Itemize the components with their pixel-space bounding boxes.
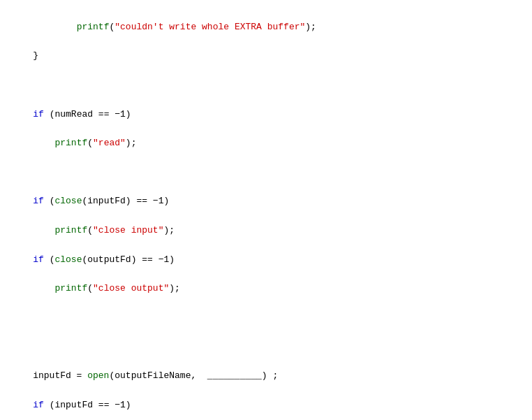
line-7: if (close(outputFd) == −1) (11, 254, 175, 265)
code-display: printf("couldn't write whole EXTRA buffe… (11, 6, 521, 420)
line-blank-1 (11, 78, 521, 93)
line-9: inputFd = open(outputFileName, _________… (11, 370, 278, 381)
line-3: if (numRead == −1) (11, 109, 131, 120)
line-blank-2 (11, 166, 521, 180)
line-10: if (inputFd == −1) (11, 400, 131, 410)
line-6: printf("close input"); (11, 225, 175, 236)
line-8: printf("close output"); (11, 283, 180, 294)
line-5: if (close(inputFd) == −1) (11, 196, 169, 206)
line-2: } (11, 50, 38, 61)
line-blank-4 (11, 340, 521, 354)
line-blank-3 (11, 311, 521, 326)
line-1: printf("couldn't write whole EXTRA buffe… (11, 22, 316, 32)
line-4: printf("read"); (11, 138, 136, 148)
